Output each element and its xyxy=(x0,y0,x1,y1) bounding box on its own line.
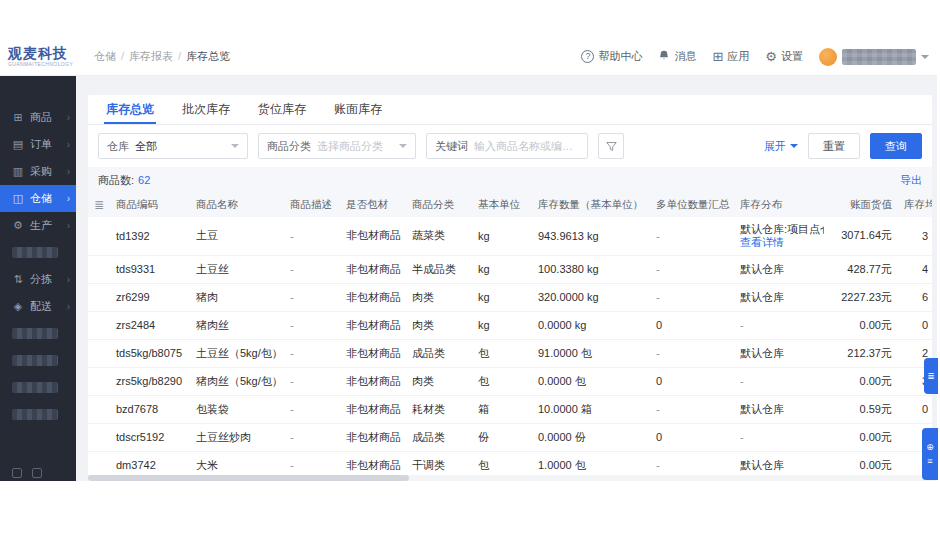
chevron-right-icon: › xyxy=(67,112,70,123)
export-link[interactable]: 导出 xyxy=(900,173,922,188)
cell-qty: 0.0000 包 xyxy=(532,367,650,395)
table-row[interactable]: zrs2484猪肉丝-非包材商品肉类kg0.0000 kg0-0.00元0 xyxy=(88,311,932,339)
cell-avg: 4 xyxy=(898,255,932,283)
app-logo[interactable]: 观麦科技 GUANMAITECHNOLOGY xyxy=(0,46,86,67)
sidebar-item-label: 仓储 xyxy=(30,191,52,206)
column-header: 基本单位 xyxy=(472,193,532,217)
filter-funnel-button[interactable] xyxy=(598,133,624,159)
table-row[interactable]: zr6299猪肉-非包材商品肉类kg320.0000 kg-默认仓库2227.2… xyxy=(88,283,932,311)
sidebar-item-label: 商品 xyxy=(30,110,52,125)
column-header: 库存分布 xyxy=(734,193,824,217)
cell-qty: 10.0000 箱 xyxy=(532,395,650,423)
cell-desc: - xyxy=(284,367,340,395)
product-count-label: 商品数: xyxy=(98,173,134,188)
distribution-text: - xyxy=(740,375,818,388)
column-settings[interactable]: ≣ xyxy=(88,193,110,217)
sidebar-item-分拣[interactable]: ⇅分拣› xyxy=(0,266,76,293)
sidebar-item-配送[interactable]: ◈配送› xyxy=(0,293,76,320)
sidebar-item-blurred[interactable] xyxy=(0,320,76,347)
warehouse-label: 仓库 xyxy=(107,139,129,154)
table-row[interactable]: tdscr5192土豆丝炒肉-非包材商品成品类份0.0000 份0-0.00元6 xyxy=(88,423,932,451)
cell-category: 肉类 xyxy=(406,283,472,311)
cell-desc: - xyxy=(284,311,340,339)
orders-icon: ▤ xyxy=(12,138,24,151)
helper-widget-handle[interactable]: ⊕ ≡ xyxy=(922,428,938,480)
cell-desc: - xyxy=(284,423,340,451)
keyword-label: 关键词 xyxy=(435,139,468,154)
category-select[interactable]: 商品分类 选择商品分类 xyxy=(258,133,416,159)
apps-link[interactable]: ⊞ 应用 xyxy=(712,49,749,64)
sidebar-item-采购[interactable]: ▥采购› xyxy=(0,158,76,185)
delivery-icon: ◈ xyxy=(12,300,24,313)
breadcrumb-item[interactable]: 仓储 xyxy=(94,50,116,62)
product-count: 62 xyxy=(138,174,150,186)
cell-multi: - xyxy=(650,217,734,255)
cell-dist: - xyxy=(734,367,824,395)
menu-icon[interactable] xyxy=(32,468,42,478)
horizontal-scrollbar[interactable] xyxy=(88,475,932,481)
content-card: 库存总览批次库存货位库存账面库存 仓库 全部 商品分类 选择商品分类 xyxy=(88,95,932,481)
sidebar-item-blurred[interactable] xyxy=(0,239,76,266)
keyword-input[interactable]: 关键词 输入商品名称或编码搜索 xyxy=(426,133,588,159)
cell-select xyxy=(88,283,110,311)
user-menu[interactable] xyxy=(819,48,929,66)
sidebar-item-blurred[interactable] xyxy=(0,347,76,374)
table-row[interactable]: bzd7678包装袋-非包材商品耗材类箱10.0000 箱-默认仓库0.59元0 xyxy=(88,395,932,423)
cell-qty: 0.0000 kg xyxy=(532,311,650,339)
breadcrumb-item[interactable]: 库存报表 xyxy=(129,50,173,62)
cell-multi: 0 xyxy=(650,423,734,451)
reset-button[interactable]: 重置 xyxy=(808,133,860,159)
sidebar-item-生产[interactable]: ⚙生产› xyxy=(0,212,76,239)
chevron-right-icon: › xyxy=(67,139,70,150)
cell-multi: 0 xyxy=(650,367,734,395)
cell-material: 非包材商品 xyxy=(340,423,406,451)
cell-qty: 943.9613 kg xyxy=(532,217,650,255)
column-header: 商品名称 xyxy=(190,193,284,217)
table-row[interactable]: tds5kg/b8075土豆丝（5kg/包）-非包材商品成品类包91.0000 … xyxy=(88,339,932,367)
sidebar-item-blurred[interactable] xyxy=(0,401,76,428)
sidebar-item-商品[interactable]: ⊞商品› xyxy=(0,104,76,131)
sidebar-item-blurred[interactable] xyxy=(0,374,76,401)
sidebar-item-订单[interactable]: ▤订单› xyxy=(0,131,76,158)
column-header: 商品编码 xyxy=(110,193,190,217)
tab-库存总览[interactable]: 库存总览 xyxy=(92,95,168,124)
help-center-link[interactable]: ? 帮助中心 xyxy=(581,49,642,64)
tasks-drawer-handle[interactable]: ≣ xyxy=(924,358,938,394)
expand-label: 展开 xyxy=(764,139,786,154)
warehouse-icon: ◫ xyxy=(12,192,24,205)
tab-批次库存[interactable]: 批次库存 xyxy=(168,95,244,124)
cell-desc: - xyxy=(284,283,340,311)
messages-link[interactable]: 消息 xyxy=(658,49,696,64)
expand-toggle[interactable]: 展开 xyxy=(764,139,798,154)
view-details-link[interactable]: 查看详情 xyxy=(740,236,784,249)
cell-material: 非包材商品 xyxy=(340,395,406,423)
table-row[interactable]: tds9331土豆丝-非包材商品半成品类kg100.3380 kg-默认仓库42… xyxy=(88,255,932,283)
cell-name: 土豆丝 xyxy=(190,255,284,283)
collapse-icon[interactable] xyxy=(12,468,22,478)
distribution-text: 默认仓库:项目点仓库 xyxy=(740,223,818,236)
cell-multi: - xyxy=(650,395,734,423)
tab-货位库存[interactable]: 货位库存 xyxy=(244,95,320,124)
chevron-right-icon: › xyxy=(67,301,70,312)
cell-select xyxy=(88,255,110,283)
chevron-right-icon: › xyxy=(67,274,70,285)
table-row[interactable]: td1392土豆-非包材商品蔬菜类kg943.9613 kg-默认仓库:项目点仓… xyxy=(88,217,932,255)
category-placeholder: 选择商品分类 xyxy=(317,139,383,154)
cell-unit: 箱 xyxy=(472,395,532,423)
chevron-down-icon xyxy=(790,144,798,148)
settings-link[interactable]: ⚙ 设置 xyxy=(765,49,803,64)
tab-账面库存[interactable]: 账面库存 xyxy=(320,95,396,124)
warehouse-select[interactable]: 仓库 全部 xyxy=(98,133,248,159)
chevron-right-icon: › xyxy=(67,166,70,177)
cell-category: 肉类 xyxy=(406,311,472,339)
breadcrumb-separator: / xyxy=(121,50,124,62)
cell-category: 成品类 xyxy=(406,339,472,367)
cell-name: 土豆丝（5kg/包） xyxy=(190,339,284,367)
cell-name: 猪肉 xyxy=(190,283,284,311)
sidebar-item-仓储[interactable]: ◫仓储› xyxy=(0,185,76,212)
scrollbar-thumb[interactable] xyxy=(88,475,409,481)
table-row[interactable]: zrs5kg/b8290猪肉丝（5kg/包）-非包材商品肉类包0.0000 包0… xyxy=(88,367,932,395)
search-button[interactable]: 查询 xyxy=(870,133,922,159)
purchase-icon: ▥ xyxy=(12,165,24,178)
breadcrumb-separator: / xyxy=(178,50,181,62)
